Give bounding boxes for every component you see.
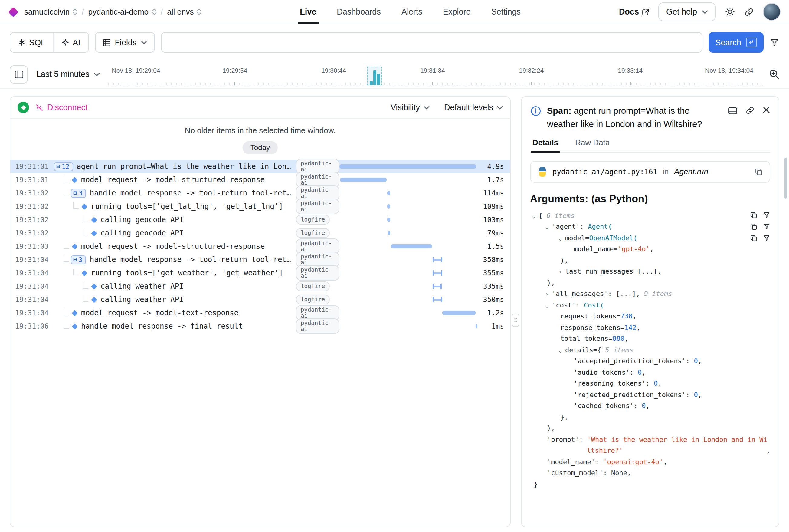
- trace-row[interactable]: 19:31:01⊟12agent run prompt=What is the …: [10, 160, 510, 173]
- filter-button[interactable]: [770, 38, 779, 47]
- nav-tab-alerts[interactable]: Alerts: [402, 0, 422, 24]
- disconnect-button[interactable]: Disconnect: [35, 103, 88, 112]
- collapse-toggle[interactable]: ⊟3: [71, 255, 86, 264]
- search-button[interactable]: Search ↵: [709, 32, 764, 53]
- visibility-dropdown[interactable]: Visibility: [390, 103, 429, 112]
- docs-link[interactable]: Docs: [619, 7, 649, 16]
- user-avatar[interactable]: [763, 3, 781, 21]
- time-range-selector[interactable]: Last 5 minutes: [34, 70, 102, 79]
- tree-connector: [73, 202, 79, 209]
- filter-value-button[interactable]: [763, 211, 770, 219]
- ai-mode-button[interactable]: AI: [53, 33, 88, 52]
- histogram-selection[interactable]: [367, 66, 382, 86]
- breadcrumb-environment[interactable]: all envs: [167, 7, 201, 16]
- main-content: Disconnect Visibility Default levels No …: [0, 89, 789, 532]
- code-action-row: [750, 234, 770, 242]
- breadcrumb-project[interactable]: pydantic-ai-demo: [88, 7, 156, 16]
- code-line: 'custom_model': None,: [530, 468, 770, 479]
- expand-caret-icon[interactable]: ›: [543, 289, 551, 300]
- expand-caret-icon[interactable]: ⌄: [530, 211, 537, 222]
- code-token: 'cost': [552, 301, 576, 309]
- search-input[interactable]: [161, 32, 703, 53]
- sidebar-toggle-button[interactable]: [10, 65, 28, 83]
- span-timeline: [340, 160, 477, 173]
- trace-row-tree: handle model response -> final result: [54, 322, 296, 330]
- code-token: ,: [646, 402, 650, 410]
- code-token: :: [634, 402, 642, 410]
- theme-toggle-button[interactable]: [725, 7, 735, 17]
- code-token: 'rejected_prediction_tokens': [574, 391, 686, 399]
- trace-row-timestamp: 19:31:01: [15, 175, 54, 184]
- copy-value-button[interactable]: [750, 234, 757, 242]
- code-token: 'model_name': [547, 458, 595, 466]
- dock-panel-button[interactable]: [728, 106, 737, 116]
- code-action-row: [750, 211, 770, 219]
- fields-dropdown-button[interactable]: Fields: [95, 32, 155, 53]
- nav-tab-settings[interactable]: Settings: [491, 0, 521, 24]
- trace-row[interactable]: 19:31:04calling weather APIlogfire350ms: [10, 293, 510, 306]
- trace-row[interactable]: 19:31:02⊟3handle model response -> tool-…: [10, 186, 510, 200]
- code-token: 'agent': [552, 223, 580, 231]
- span-duration-label: 1.7s: [477, 175, 510, 184]
- span-duration-bar: [476, 324, 477, 328]
- trace-row[interactable]: 19:31:04⊟3handle model response -> tool-…: [10, 253, 510, 266]
- today-button[interactable]: Today: [243, 141, 278, 154]
- child-count: 3: [79, 256, 82, 263]
- time-tickmark-icon: [333, 82, 334, 86]
- trace-row[interactable]: 19:31:04running tools=['get_weather', 'g…: [10, 266, 510, 280]
- copy-value-button[interactable]: [750, 211, 757, 219]
- trace-row[interactable]: 19:31:04calling weather APIlogfire335ms: [10, 280, 510, 293]
- expand-caret-icon[interactable]: ⌄: [543, 222, 551, 233]
- trace-row[interactable]: 19:31:01model request -> model-structure…: [10, 173, 510, 186]
- scope-badge: pydantic-ai: [296, 318, 340, 335]
- code-token: 'reasoning_tokens': [574, 380, 646, 388]
- trace-row[interactable]: 19:31:02calling geocode APIlogfire79ms: [10, 226, 510, 240]
- default-levels-dropdown[interactable]: Default levels: [444, 103, 503, 112]
- scrollbar-thumb[interactable]: [784, 158, 787, 198]
- sql-mode-button[interactable]: SQL: [10, 33, 53, 52]
- expand-caret-icon[interactable]: ›: [557, 267, 564, 278]
- nav-tab-live[interactable]: Live: [300, 0, 316, 24]
- copy-span-link-button[interactable]: [746, 106, 754, 115]
- collapse-toggle[interactable]: ⊟3: [71, 189, 86, 197]
- trace-row[interactable]: 19:31:02calling geocode APIlogfire103ms: [10, 213, 510, 226]
- trace-row[interactable]: 19:31:02running tools=['get_lat_lng', 'g…: [10, 200, 510, 213]
- span-timeline: [340, 173, 477, 186]
- copy-source-button[interactable]: [754, 168, 763, 176]
- trace-row-timestamp: 19:31:02: [15, 202, 54, 211]
- span-duration-bar: [340, 178, 387, 182]
- code-token: None,: [611, 469, 631, 477]
- panel-resize-handle[interactable]: ⠿: [512, 314, 519, 327]
- code-line: ltshire?',: [530, 446, 770, 457]
- chevron-updown-icon: [197, 8, 201, 15]
- zoom-in-button[interactable]: [769, 69, 779, 79]
- expand-caret-icon[interactable]: ⌄: [557, 233, 564, 244]
- span-duration-bar: [432, 297, 442, 302]
- span-duration-bar: [432, 284, 442, 289]
- arguments-heading: Arguments: (as Python): [530, 193, 770, 205]
- expand-caret-icon[interactable]: ⌄: [543, 300, 551, 311]
- filter-value-button[interactable]: [763, 234, 770, 242]
- trace-row[interactable]: 19:31:04model request -> model-text-resp…: [10, 306, 510, 320]
- logfire-logo-icon[interactable]: [8, 7, 18, 17]
- time-axis[interactable]: Nov 18, 19:29:0419:29:5419:30:4419:31:34…: [108, 60, 763, 88]
- copy-value-button[interactable]: [750, 223, 757, 231]
- copy-link-button[interactable]: [744, 7, 754, 17]
- filter-value-button[interactable]: [763, 223, 770, 230]
- breadcrumb-organization[interactable]: samuelcolvin: [24, 7, 77, 16]
- collapse-minus-icon: ⊟: [56, 164, 60, 169]
- collapse-toggle[interactable]: ⊟12: [54, 162, 73, 171]
- detail-tab-details[interactable]: Details: [531, 137, 559, 152]
- get-help-button[interactable]: Get help: [658, 2, 716, 21]
- nav-tab-dashboards[interactable]: Dashboards: [337, 0, 381, 24]
- trace-row[interactable]: 19:31:06handle model response -> final r…: [10, 320, 510, 333]
- nav-tab-explore[interactable]: Explore: [443, 0, 471, 24]
- close-panel-button[interactable]: [763, 106, 770, 114]
- code-line: response_tokens=142,: [530, 323, 770, 334]
- span-duration-label: 358ms: [477, 255, 510, 264]
- detail-tab-raw-data[interactable]: Raw Data: [574, 137, 611, 152]
- trace-row[interactable]: 19:31:03model request -> model-structure…: [10, 240, 510, 253]
- disconnect-label: Disconnect: [47, 103, 88, 112]
- expand-caret-icon[interactable]: ⌄: [557, 345, 564, 356]
- code-token: :: [580, 223, 588, 231]
